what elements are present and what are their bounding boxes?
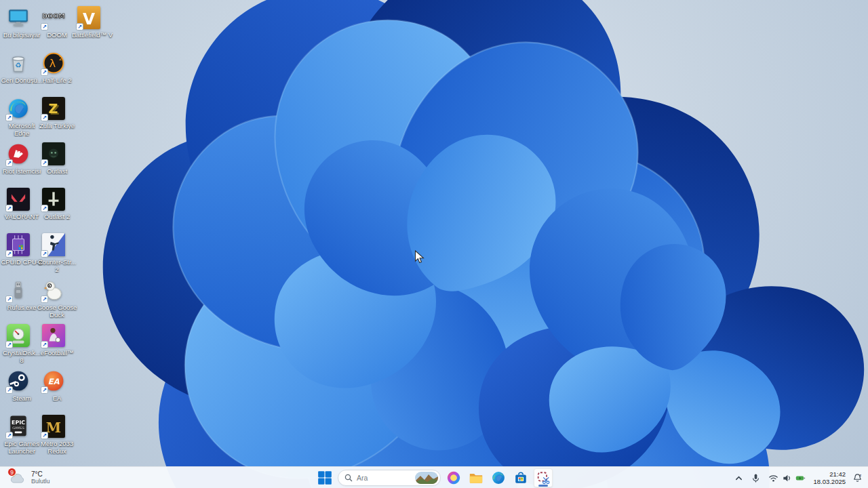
microphone-tray-button[interactable] [748, 468, 764, 487]
search-input[interactable]: Ara [338, 470, 441, 486]
widget-notification-badge: 9 [7, 468, 16, 476]
shortcut-arrow-badge: ↗ [41, 250, 48, 258]
battery-icon [795, 473, 806, 483]
desktop-icon-riot-i-stemcisi[interactable]: ↗Riot İstemcisi [1, 142, 36, 175]
desktop-icon-label: Metro 2033 Redux [36, 440, 78, 455]
desktop-icon-microsoft-edge[interactable]: ↗Microsoft Edge [1, 97, 36, 137]
shortcut-arrow-badge: ↗ [41, 159, 48, 167]
svg-text:V: V [83, 9, 95, 28]
clock[interactable]: 21:42 18.03.2025 [810, 470, 848, 485]
desktop-icon-epic-games-launcher[interactable]: EPICGAMES↗Epic Games Launcher [1, 415, 36, 455]
shortcut-arrow-badge: ↗ [41, 205, 48, 212]
bing-daily-image-thumbnail [415, 472, 438, 484]
half-life-2-icon: λ2↗ [42, 52, 65, 75]
widgets-weather-button[interactable]: 9 7°C Bulutlu [3, 467, 57, 488]
desktop-icon-steam[interactable]: ↗Steam [1, 369, 36, 402]
efootball-icon: ↗ [42, 324, 65, 347]
desktop-icon-battlefield-v[interactable]: V↗Battlefield™ V [71, 6, 106, 39]
desktop-icon-efootball[interactable]: ↗eFootball™ [36, 324, 71, 357]
edge-taskbar-button[interactable] [489, 468, 508, 487]
shortcut-arrow-badge: ↗ [41, 386, 48, 394]
counter-strike-icon: ↗ [42, 233, 65, 256]
clock-date: 18.03.2025 [813, 478, 846, 485]
battlefield-v-icon: V↗ [77, 6, 100, 29]
microsoft-store-icon [513, 470, 528, 485]
desktop-icon-label: Outlast 2 [36, 213, 78, 220]
desktop-icon-outlast[interactable]: ↗Outlast [36, 142, 71, 175]
desktop-icon-doom[interactable]: DOOM↗DOOM [36, 6, 71, 39]
copilot-taskbar-button[interactable] [444, 468, 463, 487]
desktop-icon-label: Goose Goose Duck [36, 304, 78, 319]
doom-logo-icon: DOOM↗ [42, 6, 65, 29]
desktop-icon-label: EA [36, 394, 78, 402]
desktop-icon-outlast-2[interactable]: ↗Outlast 2 [36, 188, 71, 220]
taskbar: 9 7°C Bulutlu [0, 466, 868, 488]
desktop-icon-zula-t-rkiye[interactable]: ZZ↗Zula Türkiye [36, 97, 71, 129]
shortcut-arrow-badge: ↗ [5, 432, 13, 439]
weather-condition: Bulutlu [31, 478, 50, 485]
search-icon [344, 474, 353, 482]
svg-text:EA: EA [47, 377, 59, 386]
start-button[interactable] [315, 468, 334, 487]
svg-text:DOOM: DOOM [42, 12, 65, 20]
desktop-icon-geri-d-n[interactable]: ♻Geri Dönüşü... [1, 52, 36, 84]
shortcut-arrow-badge: ↗ [5, 250, 13, 258]
shortcut-arrow-badge: ↗ [41, 432, 48, 439]
shortcut-arrow-badge: ↗ [41, 23, 48, 30]
shortcut-arrow-badge: ↗ [5, 341, 13, 348]
edge-icon [491, 470, 506, 485]
weather-temperature: 7°C [31, 470, 50, 478]
recycle-bin-icon: ♻ [7, 52, 30, 75]
edge-icon: ↗ [7, 97, 30, 120]
crystaldiskmark-icon: ↗ [7, 324, 30, 347]
zula-icon: ZZ↗ [42, 97, 65, 120]
shortcut-arrow-badge: ↗ [5, 114, 13, 121]
shortcut-arrow-badge: ↗ [5, 159, 13, 167]
desktop-icon-goose-goose-duck[interactable]: ↗Goose Goose Duck [36, 279, 71, 319]
metro-2033-icon: M↗ [42, 415, 65, 438]
hidden-icons-button[interactable] [731, 468, 747, 487]
desktop-icon-label: Outlast [36, 167, 78, 175]
desktop-icon-half-life-2[interactable]: λ2↗Half-Life 2 [36, 52, 71, 84]
desktop-icon-cpuid-cpu-z[interactable]: ↗CPUID CPU-Z [1, 233, 36, 266]
cpu-z-icon: ↗ [7, 233, 30, 256]
file-explorer-taskbar-button[interactable] [467, 468, 486, 487]
wifi-icon [768, 473, 778, 483]
svg-text:λ: λ [50, 57, 56, 70]
desktop-surface[interactable]: Bu bilgisayarDOOM↗DOOMV↗Battlefield™ V♻G… [0, 0, 868, 488]
notification-center-button[interactable]: z [850, 468, 865, 487]
desktop-icon-valorant[interactable]: ↗VALORANT [1, 188, 36, 220]
desktop-icon-rufus-exe[interactable]: ↗Rufus.exe [1, 279, 36, 311]
active-app-indicator [538, 485, 548, 487]
desktop-icon-crystaldisk-8[interactable]: ↗CrystalDisk... 8 [1, 324, 36, 364]
shortcut-arrow-badge: ↗ [41, 296, 48, 303]
svg-text:M: M [46, 420, 61, 436]
network-volume-battery-button[interactable] [765, 468, 809, 487]
bell-dnd-icon: z [852, 473, 863, 483]
desktop-icon-bu-bilgisayar[interactable]: Bu bilgisayar [1, 6, 36, 39]
snipping-tool-icon [536, 470, 551, 485]
desktop-icon-ea[interactable]: EA↗EA [36, 369, 71, 402]
desktop-icon-counter-str-2[interactable]: ↗Counter-Str... 2 [36, 233, 71, 273]
desktop-icon-metro-2033-redux[interactable]: M↗Metro 2033 Redux [36, 415, 71, 455]
volume-icon [782, 473, 792, 483]
desktop-icon-label: eFootball™ [36, 349, 78, 357]
outlast-2-icon: ↗ [42, 188, 65, 211]
microphone-icon [751, 473, 761, 483]
riot-client-icon: ↗ [7, 142, 30, 165]
shortcut-arrow-badge: ↗ [5, 296, 13, 303]
rufus-usb-icon: ↗ [7, 279, 30, 302]
desktop-icon-label: Battlefield™ V [71, 31, 113, 39]
this-pc-icon [7, 6, 30, 29]
desktop-icon-label: Counter-Str... 2 [36, 258, 78, 273]
desktop-icon-label: Half-Life 2 [36, 77, 78, 84]
shortcut-arrow-badge: ↗ [76, 23, 83, 30]
snipping-tool-taskbar-button[interactable] [534, 468, 553, 487]
weather-cloudy-icon: 9 [9, 470, 27, 485]
ea-icon: EA↗ [42, 369, 65, 392]
svg-text:2: 2 [59, 56, 62, 62]
epic-games-icon: EPICGAMES↗ [7, 415, 30, 438]
goose-goose-duck-icon: ↗ [42, 279, 65, 302]
microsoft-store-taskbar-button[interactable] [511, 468, 530, 487]
chevron-up-icon [734, 473, 744, 483]
